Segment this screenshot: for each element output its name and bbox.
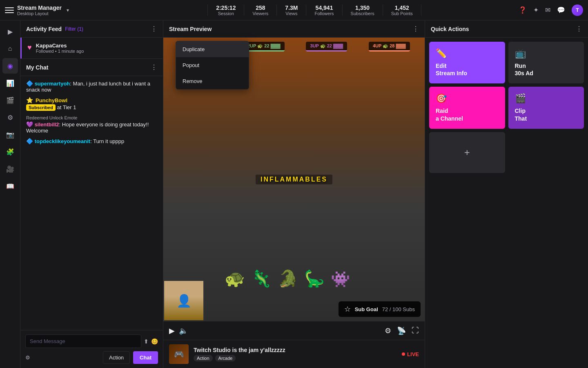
home-icon[interactable]: ⌂ (2, 41, 18, 56)
chat-settings-icon[interactable]: ⚙ (25, 355, 30, 361)
stream-info-bar: 🎮 Twitch Studio is the jam y'allzzzzz Ac… (163, 340, 425, 368)
main-layout: ▶⌂◉📊🎬⚙📷🧩🎥📖 Activity Feed Filter (1) ⋮ ♥ … (0, 20, 588, 368)
my-chat-panel: My Chat ⋮ 🔷 supermartyoh: Man, i just ha… (20, 59, 163, 368)
clip-that-icon: 🎬 (515, 93, 578, 104)
live-label: LIVE (407, 351, 419, 357)
stream-preview-header: Stream Preview ⋮ (163, 20, 425, 38)
dropdown-item-duplicate[interactable]: Duplicate (176, 41, 249, 57)
quick-actions-title: Quick Actions (431, 26, 469, 32)
wand-icon[interactable]: ✦ (533, 6, 539, 14)
fullscreen-button[interactable]: ⛶ (412, 326, 419, 335)
turtle-2: 🦎 (251, 269, 272, 288)
clip-icon[interactable]: 🎬 (2, 92, 18, 108)
stream-thumbnail: 🎮 (169, 344, 189, 364)
webcam-overlay: 👤 (163, 280, 204, 321)
video-controls: ▶ 🔈 ⚙ 📡 ⛶ (163, 321, 425, 340)
activity-feed-menu-icon[interactable]: ⋮ (151, 25, 157, 33)
edit-stream-info-label: Edit Stream Info (436, 62, 499, 77)
qa-card-raid-channel[interactable]: 🎯Raid a Channel (429, 87, 505, 128)
chat-badge-icon: 🔷 (26, 80, 33, 87)
activity-feed-title: Activity Feed (26, 26, 62, 32)
settings-button[interactable]: ⚙ (385, 326, 391, 335)
dropdown-item-remove[interactable]: Remove (176, 73, 249, 89)
app-title: Stream Manager (17, 4, 62, 11)
sub-goal-count: 72 / 100 Subs (382, 306, 415, 312)
topbar-left: Stream Manager Desktop Layout ▾ (5, 4, 111, 16)
topbar-title: Stream Manager Desktop Layout (17, 4, 62, 16)
mail-icon[interactable]: ✉ (545, 6, 550, 14)
action-button[interactable]: Action (103, 351, 130, 364)
camera-icon[interactable]: 📷 (2, 127, 18, 142)
user-avatar[interactable]: T (572, 4, 583, 16)
chat-panel-header: My Chat ⋮ (20, 59, 163, 76)
chat-input-area: ⬆ 😊 ⚙ Action Chat (20, 330, 163, 368)
inflammables-banner: INFLAMMABLES (256, 175, 332, 184)
book-icon[interactable]: 📖 (2, 178, 18, 194)
chat-username: supermartyoh (35, 81, 70, 87)
heart-icon: ♥ (27, 43, 32, 52)
stream-tag: Arcade (215, 355, 236, 361)
edit-stream-info-icon: ✏️ (436, 48, 499, 59)
stream-preview-title: Stream Preview (169, 26, 212, 32)
game-scene: 🐢 🦎 🐊 🦕 👾 (225, 269, 416, 288)
quick-actions-menu-icon[interactable]: ⋮ (576, 25, 582, 33)
cast-button[interactable]: 📡 (397, 326, 406, 335)
chat-badge-icon: 🔷 (26, 138, 33, 144)
chat-messages: 🔷 supermartyoh: Man, i just had lunch bu… (20, 76, 163, 330)
settings-icon[interactable]: ⚙ (2, 110, 18, 125)
live-badge: LIVE (402, 351, 419, 357)
hud-player-4: 4UP 🐢 28 ▓▓▓ (369, 42, 410, 52)
chat-panel-title: My Chat (26, 64, 48, 71)
qa-card-run-ad[interactable]: 📺Run 30s Ad (508, 42, 584, 83)
run-ad-icon: 📺 (515, 48, 578, 59)
hamburger-menu-icon[interactable] (5, 6, 14, 15)
qa-add-button[interactable]: + (429, 132, 505, 173)
stat-item-session: 2:25:12Session (207, 4, 244, 16)
sub-goal-label: Sub Goal (355, 306, 378, 312)
title-chevron-icon[interactable]: ▾ (67, 7, 69, 13)
analytics-icon[interactable]: 📊 (2, 75, 18, 91)
extension-icon[interactable]: 🧩 (2, 144, 18, 159)
chat-send-button[interactable]: Chat (133, 351, 158, 364)
notification-icon[interactable]: 💬 (557, 6, 565, 14)
sidebar-icons: ▶⌂◉📊🎬⚙📷🧩🎥📖 (0, 20, 20, 368)
expand-icon[interactable]: ⬆ (144, 338, 149, 345)
activity-filter-badge[interactable]: Filter (1) (65, 26, 83, 32)
stream-tag: Action (194, 355, 213, 361)
turtle-3: 🐊 (278, 269, 298, 288)
turtle-1: 🐢 (225, 269, 245, 288)
stream-preview-dropdown: DuplicatePopoutRemove (176, 41, 249, 90)
chat-message: Redeemed Unlock Emote 💜 silentbill2: Hop… (26, 114, 157, 134)
stat-item-viewers: 258Viewers (244, 4, 277, 16)
hud-player-3: 3UP 🐢 22 ▓▓▓ (306, 42, 347, 52)
chat-message: ⭐ PunchyBowl Subscribed at Tier 1 (26, 97, 157, 110)
chat-message: 🔷 topdecklikeyoumeanit: Turn it upppp (26, 138, 157, 144)
dropdown-item-popout[interactable]: Popout (176, 57, 249, 73)
stream-center: Stream Preview ⋮ DuplicatePopoutRemove 1… (163, 20, 425, 368)
live-icon[interactable]: ◉ (2, 58, 18, 74)
sub-goal-overlay: ☆ Sub Goal 72 / 100 Subs (339, 301, 421, 317)
chat-badge-icon: 💜 (26, 121, 33, 128)
video-icon[interactable]: 🎥 (2, 161, 18, 177)
hud-player-2: 2UP 🐢 22 ▓▓▓ (243, 42, 285, 52)
mute-button[interactable]: 🔈 (179, 326, 188, 335)
webcam-face: 👤 (164, 281, 203, 320)
activity-feed-header: Activity Feed Filter (1) ⋮ (20, 20, 163, 38)
stream-tags: ActionArcade (194, 355, 397, 361)
chat-input[interactable] (25, 334, 141, 348)
broadcast-icon[interactable]: ▶ (2, 24, 18, 39)
qa-card-clip-that[interactable]: 🎬Clip That (508, 87, 584, 128)
chat-menu-icon[interactable]: ⋮ (151, 63, 157, 71)
help-icon[interactable]: ❓ (519, 6, 527, 14)
stream-meta: Twitch Studio is the jam y'allzzzzz Acti… (194, 347, 397, 361)
topbar-stats: 2:25:12Session258Viewers7.3MViews54,941F… (111, 4, 518, 16)
play-button[interactable]: ▶ (169, 326, 175, 335)
activity-item: ♥ KappaCares Followed • 1 minute ago (20, 38, 163, 58)
raid-channel-label: Raid a Channel (436, 107, 499, 122)
emoji-icon[interactable]: 😊 (151, 338, 158, 345)
qa-card-edit-stream-info[interactable]: ✏️Edit Stream Info (429, 42, 505, 83)
stat-item-sub-points: 1,452Sub Points (383, 4, 421, 16)
clip-that-label: Clip That (515, 107, 578, 122)
enemy-1: 👾 (331, 270, 350, 288)
stream-preview-menu-icon[interactable]: ⋮ (412, 25, 419, 33)
